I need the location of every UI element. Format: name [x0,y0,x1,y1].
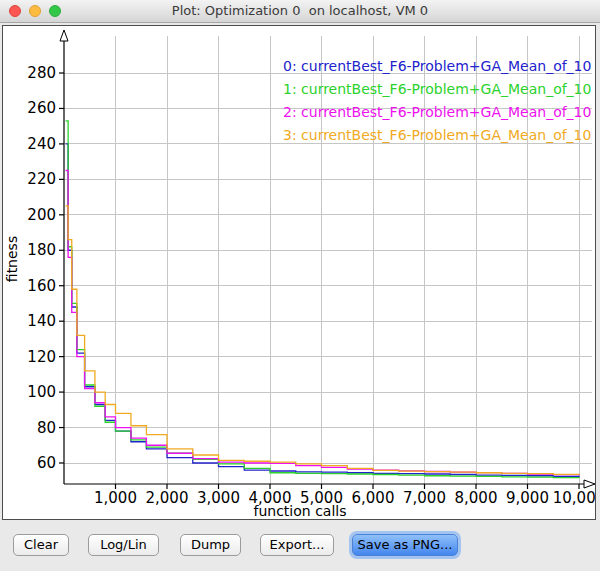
svg-text:220: 220 [27,170,56,188]
log-lin-button[interactable]: Log/Lin [88,534,159,556]
svg-text:180: 180 [27,241,56,259]
zoom-button[interactable] [49,5,61,17]
svg-text:80: 80 [37,419,56,437]
svg-text:2,000: 2,000 [146,489,189,507]
svg-text:120: 120 [27,348,56,366]
minimize-button[interactable] [29,5,41,17]
svg-text:160: 160 [27,277,56,295]
plot-panel: 60801001201401601802002202402602801,0002… [2,25,596,520]
save-as-png-button[interactable]: Save as PNG... [352,534,458,556]
svg-text:3,000: 3,000 [197,489,240,507]
title-bar: Plot: Optimization 0 on localhost, VM 0 [0,0,600,23]
svg-text:7,000: 7,000 [403,489,446,507]
plot-window: Plot: Optimization 0 on localhost, VM 0 … [0,0,600,571]
svg-text:6,000: 6,000 [352,489,395,507]
svg-text:140: 140 [27,312,56,330]
svg-text:260: 260 [27,99,56,117]
svg-text:60: 60 [37,454,56,472]
svg-text:1,000: 1,000 [94,489,137,507]
svg-text:fitness: fitness [4,236,20,282]
svg-text:280: 280 [27,64,56,82]
export-button[interactable]: Export... [260,534,334,556]
svg-text:9,000: 9,000 [506,489,549,507]
dump-button[interactable]: Dump [180,534,241,556]
svg-text:0: currentBest_F6-Problem+GA_M: 0: currentBest_F6-Problem+GA_Mean_of_10 [283,58,591,74]
plot-canvas: 60801001201401601802002202402602801,0002… [3,26,595,519]
window-title: Plot: Optimization 0 on localhost, VM 0 [0,0,600,22]
svg-text:100: 100 [27,383,56,401]
svg-text:8,000: 8,000 [455,489,498,507]
svg-text:1: currentBest_F6-Problem+GA_M: 1: currentBest_F6-Problem+GA_Mean_of_10 [283,81,591,97]
button-row: Clear Log/Lin Dump Export... Save as PNG… [0,534,600,560]
svg-text:10,000: 10,000 [553,489,595,507]
svg-text:3: currentBest_F6-Problem+GA_M: 3: currentBest_F6-Problem+GA_Mean_of_10 [283,127,591,143]
close-button[interactable] [9,5,21,17]
clear-button[interactable]: Clear [13,534,69,556]
svg-text:2: currentBest_F6-Problem+GA_M: 2: currentBest_F6-Problem+GA_Mean_of_10 [283,104,591,120]
svg-text:200: 200 [27,206,56,224]
svg-text:240: 240 [27,135,56,153]
svg-text:function calls: function calls [254,503,347,519]
